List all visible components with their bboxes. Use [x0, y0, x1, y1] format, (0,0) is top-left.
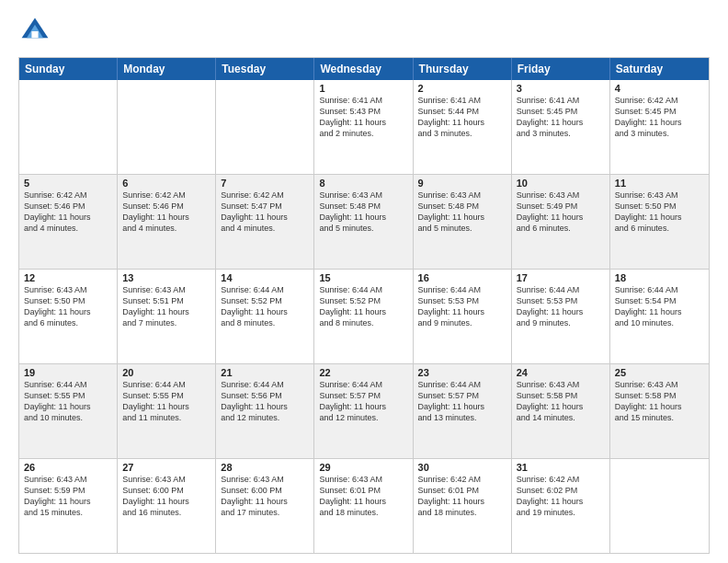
svg-rect-2 — [31, 31, 38, 38]
day-number: 1 — [319, 83, 407, 94]
calendar-cell: 1Sunrise: 6:41 AMSunset: 5:43 PMDaylight… — [314, 80, 413, 174]
cell-details: Sunrise: 6:43 AMSunset: 5:48 PMDaylight:… — [319, 190, 407, 235]
day-number: 22 — [319, 367, 407, 378]
calendar-cell: 23Sunrise: 6:44 AMSunset: 5:57 PMDayligh… — [414, 364, 512, 458]
calendar-cell: 30Sunrise: 6:42 AMSunset: 6:01 PMDayligh… — [414, 459, 512, 553]
calendar-cell: 11Sunrise: 6:43 AMSunset: 5:50 PMDayligh… — [610, 175, 709, 269]
calendar-row-0: 1Sunrise: 6:41 AMSunset: 5:43 PMDaylight… — [19, 80, 709, 174]
calendar-cell: 27Sunrise: 6:43 AMSunset: 6:00 PMDayligh… — [118, 459, 216, 553]
day-number: 28 — [221, 462, 309, 473]
calendar-cell: 15Sunrise: 6:44 AMSunset: 5:52 PMDayligh… — [314, 270, 413, 363]
day-number: 4 — [615, 83, 704, 94]
cell-details: Sunrise: 6:42 AMSunset: 5:46 PMDaylight:… — [24, 190, 112, 235]
cell-details: Sunrise: 6:41 AMSunset: 5:45 PMDaylight:… — [517, 95, 605, 140]
calendar-cell: 19Sunrise: 6:44 AMSunset: 5:55 PMDayligh… — [19, 364, 118, 458]
calendar-cell: 21Sunrise: 6:44 AMSunset: 5:56 PMDayligh… — [216, 364, 314, 458]
day-number: 16 — [418, 272, 506, 283]
day-number: 5 — [24, 178, 112, 189]
logo — [18, 15, 55, 48]
calendar-cell: 4Sunrise: 6:42 AMSunset: 5:45 PMDaylight… — [610, 80, 709, 174]
calendar-body: 1Sunrise: 6:41 AMSunset: 5:43 PMDaylight… — [19, 80, 709, 553]
calendar-cell: 24Sunrise: 6:43 AMSunset: 5:58 PMDayligh… — [512, 364, 610, 458]
cell-details: Sunrise: 6:43 AMSunset: 5:48 PMDaylight:… — [418, 190, 506, 235]
day-number: 30 — [418, 462, 506, 473]
header-cell-saturday: Saturday — [610, 58, 709, 80]
cell-details: Sunrise: 6:43 AMSunset: 5:50 PMDaylight:… — [24, 284, 112, 329]
calendar-cell: 16Sunrise: 6:44 AMSunset: 5:53 PMDayligh… — [414, 270, 512, 363]
calendar-cell: 29Sunrise: 6:43 AMSunset: 6:01 PMDayligh… — [314, 459, 413, 553]
cell-details: Sunrise: 6:42 AMSunset: 5:45 PMDaylight:… — [615, 95, 704, 140]
calendar: SundayMondayTuesdayWednesdayThursdayFrid… — [18, 57, 710, 554]
cell-details: Sunrise: 6:44 AMSunset: 5:53 PMDaylight:… — [517, 284, 605, 329]
day-number: 21 — [221, 367, 309, 378]
day-number: 9 — [418, 178, 506, 189]
cell-details: Sunrise: 6:43 AMSunset: 5:51 PMDaylight:… — [122, 284, 210, 329]
day-number: 6 — [122, 178, 210, 189]
day-number: 2 — [418, 83, 506, 94]
day-number: 31 — [517, 462, 605, 473]
day-number: 24 — [517, 367, 605, 378]
day-number: 3 — [517, 83, 605, 94]
cell-details: Sunrise: 6:42 AMSunset: 5:47 PMDaylight:… — [221, 190, 309, 235]
calendar-cell: 2Sunrise: 6:41 AMSunset: 5:44 PMDaylight… — [414, 80, 512, 174]
calendar-cell — [19, 80, 118, 174]
header — [18, 15, 710, 48]
cell-details: Sunrise: 6:44 AMSunset: 5:55 PMDaylight:… — [24, 379, 112, 424]
cell-details: Sunrise: 6:41 AMSunset: 5:43 PMDaylight:… — [319, 95, 407, 140]
calendar-cell: 7Sunrise: 6:42 AMSunset: 5:47 PMDaylight… — [216, 175, 314, 269]
calendar-cell: 22Sunrise: 6:44 AMSunset: 5:57 PMDayligh… — [314, 364, 413, 458]
header-cell-sunday: Sunday — [19, 58, 118, 80]
calendar-cell: 5Sunrise: 6:42 AMSunset: 5:46 PMDaylight… — [19, 175, 118, 269]
calendar-row-1: 5Sunrise: 6:42 AMSunset: 5:46 PMDaylight… — [19, 174, 709, 269]
day-number: 7 — [221, 178, 309, 189]
calendar-cell — [216, 80, 314, 174]
day-number: 12 — [24, 272, 112, 283]
day-number: 29 — [319, 462, 407, 473]
day-number: 11 — [615, 178, 704, 189]
day-number: 27 — [122, 462, 210, 473]
calendar-header: SundayMondayTuesdayWednesdayThursdayFrid… — [19, 58, 709, 80]
cell-details: Sunrise: 6:44 AMSunset: 5:57 PMDaylight:… — [418, 379, 506, 424]
cell-details: Sunrise: 6:43 AMSunset: 6:00 PMDaylight:… — [221, 474, 309, 519]
logo-icon — [18, 15, 51, 48]
header-cell-thursday: Thursday — [414, 58, 512, 80]
header-cell-monday: Monday — [118, 58, 216, 80]
cell-details: Sunrise: 6:43 AMSunset: 6:00 PMDaylight:… — [122, 474, 210, 519]
calendar-row-3: 19Sunrise: 6:44 AMSunset: 5:55 PMDayligh… — [19, 363, 709, 458]
cell-details: Sunrise: 6:44 AMSunset: 5:52 PMDaylight:… — [319, 284, 407, 329]
cell-details: Sunrise: 6:43 AMSunset: 5:58 PMDaylight:… — [615, 379, 704, 424]
cell-details: Sunrise: 6:44 AMSunset: 5:52 PMDaylight:… — [221, 284, 309, 329]
day-number: 14 — [221, 272, 309, 283]
day-number: 8 — [319, 178, 407, 189]
day-number: 23 — [418, 367, 506, 378]
page: SundayMondayTuesdayWednesdayThursdayFrid… — [0, 0, 728, 563]
day-number: 25 — [615, 367, 704, 378]
calendar-row-2: 12Sunrise: 6:43 AMSunset: 5:50 PMDayligh… — [19, 269, 709, 363]
cell-details: Sunrise: 6:44 AMSunset: 5:56 PMDaylight:… — [221, 379, 309, 424]
cell-details: Sunrise: 6:44 AMSunset: 5:55 PMDaylight:… — [122, 379, 210, 424]
calendar-cell: 25Sunrise: 6:43 AMSunset: 5:58 PMDayligh… — [610, 364, 709, 458]
calendar-cell: 8Sunrise: 6:43 AMSunset: 5:48 PMDaylight… — [314, 175, 413, 269]
day-number: 20 — [122, 367, 210, 378]
calendar-cell: 31Sunrise: 6:42 AMSunset: 6:02 PMDayligh… — [512, 459, 610, 553]
cell-details: Sunrise: 6:41 AMSunset: 5:44 PMDaylight:… — [418, 95, 506, 140]
calendar-cell: 26Sunrise: 6:43 AMSunset: 5:59 PMDayligh… — [19, 459, 118, 553]
calendar-cell: 20Sunrise: 6:44 AMSunset: 5:55 PMDayligh… — [118, 364, 216, 458]
header-cell-wednesday: Wednesday — [314, 58, 413, 80]
day-number: 17 — [517, 272, 605, 283]
calendar-cell: 9Sunrise: 6:43 AMSunset: 5:48 PMDaylight… — [414, 175, 512, 269]
calendar-cell: 3Sunrise: 6:41 AMSunset: 5:45 PMDaylight… — [512, 80, 610, 174]
cell-details: Sunrise: 6:43 AMSunset: 5:49 PMDaylight:… — [517, 190, 605, 235]
day-number: 18 — [615, 272, 704, 283]
calendar-cell: 17Sunrise: 6:44 AMSunset: 5:53 PMDayligh… — [512, 270, 610, 363]
cell-details: Sunrise: 6:42 AMSunset: 6:01 PMDaylight:… — [418, 474, 506, 519]
cell-details: Sunrise: 6:42 AMSunset: 5:46 PMDaylight:… — [122, 190, 210, 235]
calendar-cell — [610, 459, 709, 553]
day-number: 13 — [122, 272, 210, 283]
cell-details: Sunrise: 6:43 AMSunset: 5:59 PMDaylight:… — [24, 474, 112, 519]
header-cell-friday: Friday — [512, 58, 610, 80]
calendar-cell: 18Sunrise: 6:44 AMSunset: 5:54 PMDayligh… — [610, 270, 709, 363]
calendar-cell: 6Sunrise: 6:42 AMSunset: 5:46 PMDaylight… — [118, 175, 216, 269]
calendar-cell: 13Sunrise: 6:43 AMSunset: 5:51 PMDayligh… — [118, 270, 216, 363]
calendar-cell: 28Sunrise: 6:43 AMSunset: 6:00 PMDayligh… — [216, 459, 314, 553]
